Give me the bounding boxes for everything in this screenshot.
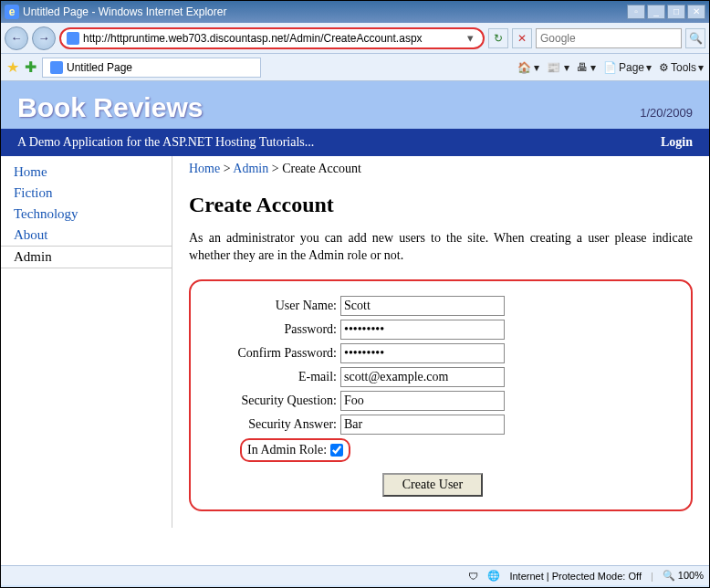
breadcrumb-admin[interactable]: Admin bbox=[233, 162, 268, 175]
site-header: Book Reviews 1/20/2009 bbox=[1, 81, 709, 129]
security-question-field[interactable] bbox=[340, 391, 505, 411]
tab-page-icon bbox=[50, 61, 63, 74]
password-field[interactable] bbox=[340, 320, 505, 340]
security-answer-field[interactable] bbox=[340, 415, 505, 435]
forward-button[interactable]: → bbox=[32, 26, 56, 50]
create-user-form: User Name: Password: Confirm Password: E… bbox=[189, 279, 693, 511]
username-field[interactable] bbox=[340, 296, 505, 316]
home-icon[interactable]: 🏠 ▾ bbox=[517, 61, 539, 74]
tagline: A Demo Application for the ASP.NET Hosti… bbox=[17, 135, 314, 150]
page-icon bbox=[67, 32, 79, 45]
page-viewport: Book Reviews 1/20/2009 A Demo Applicatio… bbox=[1, 81, 709, 565]
print-icon[interactable]: 🖶 ▾ bbox=[577, 61, 596, 74]
sidebar: Home Fiction Technology About Admin bbox=[1, 156, 172, 528]
site-title: Book Reviews bbox=[17, 92, 203, 123]
page-heading: Create Account bbox=[189, 193, 693, 217]
breadcrumb: Home > Admin > Create Account bbox=[189, 162, 693, 176]
add-favorite-icon[interactable]: ✚ bbox=[25, 58, 37, 76]
search-button[interactable]: 🔍 bbox=[685, 28, 705, 48]
zoom-control[interactable]: 🔍 100% bbox=[663, 570, 704, 582]
url-input[interactable] bbox=[83, 32, 463, 45]
statusbar: 🛡 🌐 Internet | Protected Mode: Off | 🔍 1… bbox=[1, 565, 709, 585]
window-title: Untitled Page - Windows Internet Explore… bbox=[23, 5, 226, 18]
security-answer-label: Security Answer: bbox=[198, 417, 340, 432]
back-button[interactable]: ← bbox=[5, 26, 28, 50]
status-mode: Internet | Protected Mode: Off bbox=[509, 571, 642, 582]
browser-tab[interactable]: Untitled Page bbox=[42, 58, 261, 78]
search-input[interactable] bbox=[540, 32, 677, 45]
email-label: E-mail: bbox=[198, 370, 340, 384]
sidebar-item-home[interactable]: Home bbox=[1, 162, 172, 183]
address-bar[interactable]: ▾ bbox=[59, 27, 485, 49]
breadcrumb-home[interactable]: Home bbox=[189, 162, 220, 175]
minimize-button[interactable]: _ bbox=[647, 5, 665, 19]
favorites-icon[interactable]: ★ bbox=[6, 58, 19, 76]
security-question-label: Security Question: bbox=[198, 394, 340, 408]
feeds-icon[interactable]: 📰 ▾ bbox=[547, 61, 569, 74]
stop-button[interactable]: ✕ bbox=[512, 28, 532, 48]
confirm-password-label: Confirm Password: bbox=[198, 346, 340, 361]
admin-role-checkbox[interactable] bbox=[330, 444, 343, 457]
admin-role-label: In Admin Role: bbox=[247, 443, 327, 457]
toolbar: ★ ✚ Untitled Page 🏠 ▾ 📰 ▾ 🖶 ▾ 📄 Page ▾ ⚙… bbox=[1, 54, 709, 81]
refresh-button[interactable]: ↻ bbox=[488, 28, 508, 48]
sidebar-item-about[interactable]: About bbox=[1, 225, 172, 246]
navbar: ← → ▾ ↻ ✕ 🔍 bbox=[1, 23, 709, 54]
sidebar-item-fiction[interactable]: Fiction bbox=[1, 183, 172, 204]
page-content: Home > Admin > Create Account Create Acc… bbox=[172, 156, 709, 528]
sidebar-item-admin[interactable]: Admin bbox=[1, 246, 172, 268]
popup-blocked-icon[interactable]: 🛡 bbox=[468, 571, 478, 582]
page-intro: As an administrator you can add new user… bbox=[189, 230, 693, 265]
password-label: Password: bbox=[198, 322, 340, 337]
internet-zone-icon: 🌐 bbox=[487, 570, 500, 582]
email-field[interactable] bbox=[340, 367, 505, 387]
login-link[interactable]: Login bbox=[661, 135, 693, 150]
search-box[interactable] bbox=[536, 28, 682, 48]
create-user-button[interactable]: Create User bbox=[382, 473, 483, 497]
breadcrumb-current: Create Account bbox=[282, 162, 361, 175]
tab-label: Untitled Page bbox=[67, 61, 132, 74]
admin-role-row: In Admin Role: bbox=[240, 438, 350, 462]
sidebar-item-technology[interactable]: Technology bbox=[1, 204, 172, 225]
maximize-button[interactable]: □ bbox=[667, 5, 685, 19]
titlebar: e Untitled Page - Windows Internet Explo… bbox=[1, 1, 709, 23]
tools-menu[interactable]: ⚙ Tools ▾ bbox=[659, 61, 704, 74]
site-subheader: A Demo Application for the ASP.NET Hosti… bbox=[1, 129, 709, 156]
username-label: User Name: bbox=[198, 299, 340, 313]
minimize-split-button[interactable]: ▫ bbox=[627, 5, 645, 19]
close-button[interactable]: ✕ bbox=[687, 5, 705, 19]
page-menu[interactable]: 📄 Page ▾ bbox=[603, 61, 652, 74]
ie-icon: e bbox=[5, 5, 19, 19]
header-date: 1/20/2009 bbox=[640, 106, 693, 120]
confirm-password-field[interactable] bbox=[340, 343, 505, 363]
url-dropdown-icon[interactable]: ▾ bbox=[463, 31, 477, 45]
